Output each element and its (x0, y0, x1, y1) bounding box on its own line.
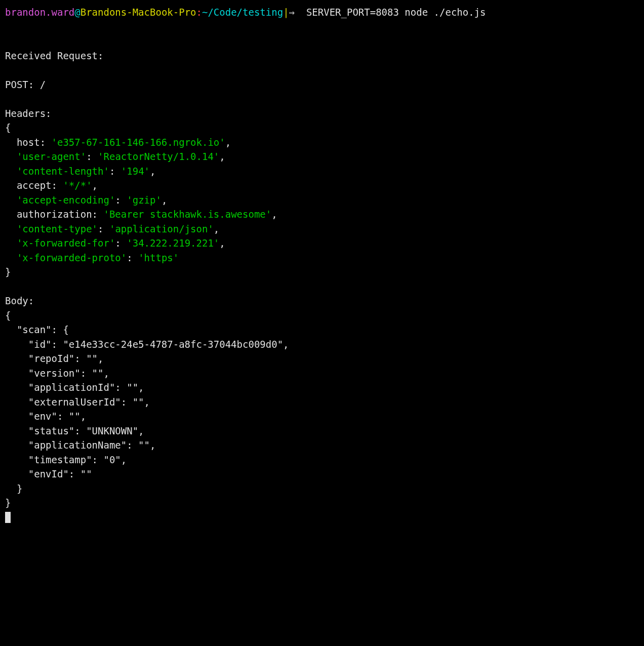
prompt-host: Brandons-MacBook-Pro (80, 7, 196, 18)
cursor-icon (5, 512, 11, 523)
header-xff-val: '34.222.219.221' (127, 237, 219, 249)
body-line: "id": "e14e33cc-24e5-4787-a8fc-37044bc00… (5, 339, 289, 350)
header-accept-key: accept: (5, 180, 57, 191)
colon: : (115, 237, 120, 249)
header-ua-val: 'ReactorNetty/1.0.14' (98, 151, 219, 162)
colon: : (86, 151, 92, 162)
received-label: Received Request: (5, 50, 103, 61)
comma: , (219, 151, 225, 162)
colon: : (98, 223, 103, 234)
header-ae-val: 'gzip' (127, 194, 162, 206)
body-line: "applicationId": "", (5, 382, 144, 393)
comma: , (219, 237, 225, 249)
body-label: Body: (5, 295, 34, 306)
prompt-user: brandon.ward (5, 7, 74, 18)
method-line: POST: / (5, 79, 46, 90)
header-host-key: host: (5, 137, 46, 148)
body-line: "status": "UNKNOWN", (5, 425, 144, 436)
body-line: "repoId": "", (5, 353, 103, 364)
header-ae-key: 'accept-encoding' (17, 194, 115, 206)
body-line: } (5, 483, 22, 494)
header-xfp-key: 'x-forwarded-proto' (17, 252, 127, 263)
header-ct-key: 'content-type' (17, 223, 98, 234)
brace-open: { (5, 122, 11, 133)
colon: : (127, 252, 132, 263)
prompt-path: ~/Code/testing (202, 7, 283, 18)
prompt-command: SERVER_PORT=8083 node ./echo.js (306, 7, 486, 18)
colon: : (115, 194, 120, 206)
prompt-at: @ (74, 7, 80, 18)
header-host-val: 'e357-67-161-146-166.ngrok.io' (52, 137, 225, 148)
header-ua-key: 'user-agent' (17, 151, 86, 162)
prompt-colon: : (196, 7, 202, 18)
header-auth-key: authorization: (5, 209, 98, 220)
header-accept-val: '*/*' (63, 180, 92, 191)
prompt-pipe: | (283, 7, 289, 18)
header-auth-val: 'Bearer stackhawk.is.awesome' (103, 209, 271, 220)
body-line: "envId": "" (5, 468, 92, 479)
header-xfp-val: 'https' (138, 252, 179, 263)
comma: , (271, 209, 277, 220)
comma: , (225, 137, 231, 148)
header-cl-val: '194' (121, 166, 150, 177)
comma: , (92, 180, 98, 191)
prompt-arrow: ⇒ (289, 7, 306, 18)
header-cl-key: 'content-length' (17, 166, 109, 177)
body-line: "timestamp": "0", (5, 454, 127, 465)
body-line: "env": "", (5, 411, 86, 422)
body-line: "externalUserId": "", (5, 396, 150, 408)
body-line: "scan": { (5, 324, 69, 335)
body-line: { (5, 310, 11, 321)
comma: , (162, 194, 167, 206)
body-line: "version": "", (5, 368, 109, 379)
comma: , (150, 166, 155, 177)
body-line: } (5, 497, 11, 508)
header-xff-key: 'x-forwarded-for' (17, 237, 115, 249)
comma: , (214, 223, 219, 234)
body-line: "applicationName": "", (5, 439, 155, 451)
header-ct-val: 'application/json' (109, 223, 214, 234)
brace-close: } (5, 266, 11, 277)
prompt-line: brandon.ward@Brandons-MacBook-Pro:~/Code… (5, 5, 639, 20)
terminal-output[interactable]: brandon.ward@Brandons-MacBook-Pro:~/Code… (5, 5, 639, 524)
headers-label: Headers: (5, 108, 52, 119)
colon: : (109, 166, 115, 177)
